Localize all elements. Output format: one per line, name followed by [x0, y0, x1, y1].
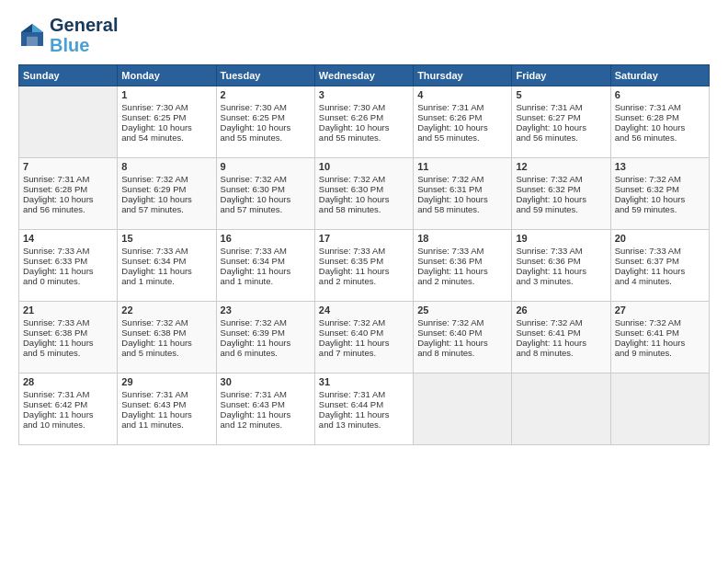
day-info: Sunrise: 7:31 AM — [121, 389, 211, 399]
day-info: and 55 minutes. — [221, 132, 311, 143]
day-info: Sunset: 6:38 PM — [121, 327, 211, 338]
day-info: Daylight: 11 hours — [121, 266, 211, 276]
calendar-cell: 9Sunrise: 7:32 AMSunset: 6:30 PMDaylight… — [216, 158, 314, 230]
calendar-cell: 18Sunrise: 7:33 AMSunset: 6:36 PMDayligh… — [414, 230, 512, 302]
day-info: Sunset: 6:43 PM — [221, 399, 311, 409]
day-number: 9 — [221, 161, 311, 172]
week-row-1: 1Sunrise: 7:30 AMSunset: 6:25 PMDaylight… — [19, 86, 710, 158]
weekday-header-friday: Friday — [512, 65, 610, 86]
day-info: Daylight: 11 hours — [417, 266, 507, 276]
day-info: Sunset: 6:38 PM — [23, 327, 113, 338]
weekday-header-sunday: Sunday — [19, 65, 118, 86]
day-info: Daylight: 11 hours — [121, 409, 211, 419]
calendar-cell: 30Sunrise: 7:31 AMSunset: 6:43 PMDayligh… — [216, 373, 314, 445]
calendar-cell: 21Sunrise: 7:33 AMSunset: 6:38 PMDayligh… — [19, 302, 118, 373]
day-info: Sunset: 6:40 PM — [319, 327, 409, 338]
day-info: and 56 minutes. — [615, 132, 705, 143]
svg-marker-1 — [32, 24, 43, 32]
calendar-cell: 23Sunrise: 7:32 AMSunset: 6:39 PMDayligh… — [216, 302, 314, 373]
svg-marker-2 — [21, 24, 32, 32]
day-info: Sunset: 6:28 PM — [23, 184, 113, 194]
day-info: and 1 minute. — [221, 276, 311, 286]
calendar-cell: 3Sunrise: 7:30 AMSunset: 6:26 PMDaylight… — [314, 86, 413, 158]
day-info: Sunset: 6:31 PM — [417, 184, 507, 194]
calendar-cell — [19, 86, 118, 158]
day-info: Daylight: 11 hours — [615, 338, 705, 348]
day-info: Daylight: 10 hours — [121, 194, 211, 204]
day-info: and 13 minutes. — [319, 419, 409, 430]
week-row-4: 21Sunrise: 7:33 AMSunset: 6:38 PMDayligh… — [19, 302, 710, 373]
calendar-cell: 13Sunrise: 7:32 AMSunset: 6:32 PMDayligh… — [610, 158, 709, 230]
day-info: and 3 minutes. — [516, 276, 606, 286]
day-info: Sunset: 6:41 PM — [615, 327, 705, 338]
logo-icon — [18, 21, 46, 49]
day-info: Daylight: 11 hours — [23, 338, 113, 348]
day-info: Sunrise: 7:32 AM — [516, 317, 606, 327]
day-info: and 4 minutes. — [615, 276, 705, 286]
calendar-cell: 11Sunrise: 7:32 AMSunset: 6:31 PMDayligh… — [414, 158, 512, 230]
day-number: 5 — [516, 89, 606, 100]
day-info: Sunrise: 7:33 AM — [221, 246, 311, 256]
day-number: 30 — [221, 376, 311, 387]
day-info: Daylight: 11 hours — [221, 338, 311, 348]
day-info: Sunrise: 7:32 AM — [615, 317, 705, 327]
calendar-cell: 2Sunrise: 7:30 AMSunset: 6:25 PMDaylight… — [216, 86, 314, 158]
calendar-cell: 28Sunrise: 7:31 AMSunset: 6:42 PMDayligh… — [19, 373, 118, 445]
day-info: Sunset: 6:32 PM — [615, 184, 705, 194]
day-info: Sunset: 6:36 PM — [516, 256, 606, 266]
day-info: Sunrise: 7:30 AM — [221, 102, 311, 112]
day-info: Daylight: 11 hours — [319, 338, 409, 348]
day-info: Sunrise: 7:32 AM — [221, 317, 311, 327]
calendar-cell: 20Sunrise: 7:33 AMSunset: 6:37 PMDayligh… — [610, 230, 709, 302]
calendar-cell: 12Sunrise: 7:32 AMSunset: 6:32 PMDayligh… — [512, 158, 610, 230]
day-info: Sunset: 6:33 PM — [23, 256, 113, 266]
day-number: 29 — [121, 376, 211, 387]
day-info: and 8 minutes. — [516, 348, 606, 358]
day-info: Daylight: 11 hours — [417, 338, 507, 348]
day-info: Daylight: 10 hours — [221, 122, 311, 132]
calendar-cell: 29Sunrise: 7:31 AMSunset: 6:43 PMDayligh… — [118, 373, 216, 445]
day-info: Daylight: 11 hours — [615, 266, 705, 276]
day-info: Sunrise: 7:31 AM — [23, 174, 113, 184]
calendar-cell: 8Sunrise: 7:32 AMSunset: 6:29 PMDaylight… — [118, 158, 216, 230]
day-info: Sunset: 6:42 PM — [23, 399, 113, 409]
day-info: Sunset: 6:30 PM — [221, 184, 311, 194]
day-info: Sunset: 6:34 PM — [121, 256, 211, 266]
day-info: Daylight: 10 hours — [23, 194, 113, 204]
calendar-cell: 16Sunrise: 7:33 AMSunset: 6:34 PMDayligh… — [216, 230, 314, 302]
day-info: and 6 minutes. — [221, 348, 311, 358]
day-info: Sunset: 6:43 PM — [121, 399, 211, 409]
day-number: 8 — [121, 161, 211, 172]
day-info: Sunrise: 7:33 AM — [319, 246, 409, 256]
week-row-3: 14Sunrise: 7:33 AMSunset: 6:33 PMDayligh… — [19, 230, 710, 302]
day-info: and 56 minutes. — [516, 132, 606, 143]
calendar-cell: 22Sunrise: 7:32 AMSunset: 6:38 PMDayligh… — [118, 302, 216, 373]
day-info: Daylight: 10 hours — [516, 122, 606, 132]
day-info: Sunset: 6:27 PM — [516, 112, 606, 122]
day-number: 17 — [319, 233, 409, 244]
day-info: Sunset: 6:44 PM — [319, 399, 409, 409]
calendar-cell — [414, 373, 512, 445]
day-info: and 11 minutes. — [121, 419, 211, 430]
day-number: 4 — [417, 89, 507, 100]
day-info: Daylight: 11 hours — [23, 266, 113, 276]
day-number: 18 — [417, 233, 507, 244]
day-info: Sunrise: 7:32 AM — [319, 174, 409, 184]
logo: General Blue — [18, 15, 118, 55]
week-row-2: 7Sunrise: 7:31 AMSunset: 6:28 PMDaylight… — [19, 158, 710, 230]
day-info: Daylight: 10 hours — [121, 122, 211, 132]
day-info: Sunset: 6:30 PM — [319, 184, 409, 194]
day-info: and 58 minutes. — [417, 204, 507, 214]
day-number: 13 — [615, 161, 705, 172]
day-info: Sunset: 6:32 PM — [516, 184, 606, 194]
day-info: Sunset: 6:37 PM — [615, 256, 705, 266]
calendar-table: SundayMondayTuesdayWednesdayThursdayFrid… — [18, 64, 710, 445]
day-info: Sunset: 6:26 PM — [417, 112, 507, 122]
calendar-cell — [610, 373, 709, 445]
day-info: Sunrise: 7:32 AM — [417, 174, 507, 184]
day-info: and 55 minutes. — [319, 132, 409, 143]
day-info: Sunrise: 7:33 AM — [615, 246, 705, 256]
day-number: 27 — [615, 304, 705, 316]
day-info: and 12 minutes. — [221, 419, 311, 430]
weekday-header-thursday: Thursday — [414, 65, 512, 86]
